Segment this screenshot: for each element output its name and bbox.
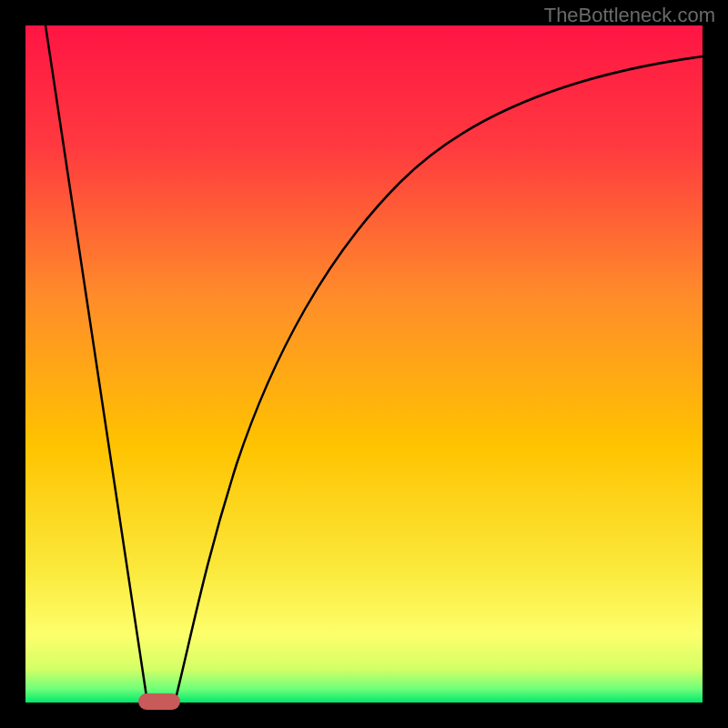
chart-svg (0, 0, 728, 728)
plot-area (25, 25, 703, 703)
marker-pill (138, 693, 180, 710)
watermark-text: TheBottleneck.com (544, 4, 715, 27)
chart-container: TheBottleneck.com (0, 0, 728, 728)
